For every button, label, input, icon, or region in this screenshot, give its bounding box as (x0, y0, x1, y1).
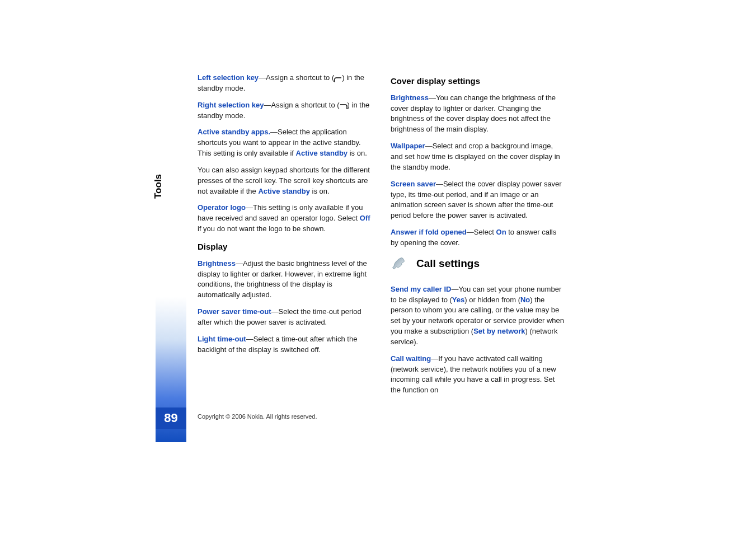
heading-display: Display (198, 241, 371, 253)
setting-cover-brightness: Brightness—You can change the brightness… (391, 93, 564, 135)
left-softkey-icon (334, 76, 342, 81)
text2: ) or hidden from ( (464, 296, 520, 304)
setting-label: Send my caller ID (391, 285, 451, 293)
setting-label: Brightness (198, 259, 236, 268)
setting-light-timeout: Light time-out—Select a time-out after w… (198, 334, 371, 355)
setting-screen-saver: Screen saver—Select the cover display po… (391, 179, 564, 221)
setting-left-selection-key: Left selection key—Assign a shortcut to … (198, 73, 371, 94)
setting-label: Answer if fold opened (391, 228, 467, 236)
page-number: 89 (156, 407, 186, 429)
heading-call-settings: Call settings (416, 256, 480, 271)
setting-label: Right selection key (198, 101, 264, 109)
setting-label: Wallpaper (391, 142, 425, 150)
option-no: No (520, 296, 530, 304)
setting-text-suffix: is on. (348, 149, 367, 157)
setting-text-suffix: if you do not want the logo to be shown. (198, 224, 326, 233)
manual-page: Tools 89 Copyright © 2006 Nokia. All rig… (156, 73, 600, 465)
right-column: Cover display settings Brightness—You ca… (391, 73, 564, 402)
copyright-text: Copyright © 2006 Nokia. All rights reser… (198, 413, 317, 420)
setting-ref: Off (360, 214, 370, 222)
call-settings-heading-row: Call settings (391, 255, 564, 272)
setting-text: —Assign a shortcut to ( (264, 101, 339, 109)
setting-label: Call waiting (391, 354, 431, 363)
left-column: Left selection key—Assign a shortcut to … (198, 73, 371, 361)
setting-ref: Active standby (258, 187, 309, 195)
setting-label: Screen saver (391, 180, 436, 188)
setting-label: Left selection key (198, 73, 259, 82)
setting-label: Operator logo (198, 203, 246, 212)
setting-text: —Assign a shortcut to ( (259, 73, 334, 82)
setting-call-waiting: Call waiting—If you have activated call … (391, 354, 564, 396)
setting-send-caller-id: Send my caller ID—You can set your phone… (391, 284, 564, 348)
phone-icon (391, 255, 407, 272)
setting-label: Brightness (391, 93, 429, 102)
setting-operator-logo: Operator logo—This setting is only avail… (198, 203, 371, 235)
heading-cover-display: Cover display settings (391, 75, 564, 87)
setting-wallpaper: Wallpaper—Select and crop a background i… (391, 141, 564, 173)
paragraph-scroll-key-note: You can also assign keypad shortcuts for… (198, 165, 371, 197)
setting-text: —Select (467, 228, 496, 236)
setting-ref: Active standby (296, 149, 348, 157)
setting-text-suffix: is on. (310, 187, 330, 195)
setting-label: Power saver time-out (198, 307, 271, 316)
setting-label: Light time-out (198, 335, 246, 343)
setting-power-saver-timeout: Power saver time-out—Select the time-out… (198, 307, 371, 328)
setting-ref: On (496, 228, 506, 236)
right-softkey-icon (340, 102, 348, 108)
side-tab-label: Tools (153, 174, 164, 199)
setting-answer-fold-opened: Answer if fold opened—Select On to answe… (391, 227, 564, 249)
option-yes: Yes (452, 296, 464, 304)
setting-brightness: Brightness—Adjust the basic brightness l… (198, 259, 371, 301)
setting-label: Active standby apps. (198, 128, 270, 136)
setting-right-selection-key: Right selection key—Assign a shortcut to… (198, 100, 371, 121)
option-set-by-network: Set by network (473, 327, 525, 335)
setting-active-standby-apps: Active standby apps.—Select the applicat… (198, 127, 371, 159)
